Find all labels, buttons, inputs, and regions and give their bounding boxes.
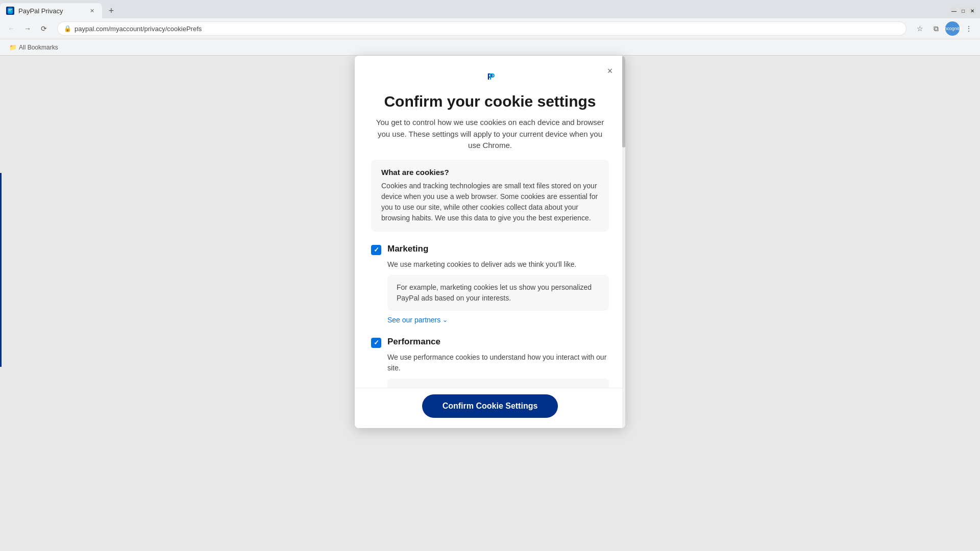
address-bar[interactable]: 🔒 paypal.com/myaccount/privacy/cookiePre… bbox=[57, 21, 906, 36]
svg-text:P: P bbox=[489, 72, 495, 81]
tab-title: PayPal Privacy bbox=[18, 7, 84, 15]
modal-title: Confirm your cookie settings bbox=[384, 92, 596, 111]
lock-icon: 🔒 bbox=[64, 25, 71, 32]
bookmarks-bar: 📁 All Bookmarks bbox=[0, 39, 980, 55]
left-accent-bar bbox=[0, 173, 2, 367]
tab-bar: PayPal Privacy ✕ + — □ ✕ bbox=[0, 0, 980, 18]
menu-button[interactable]: ⋮ bbox=[962, 21, 976, 36]
performance-checkmark: ✓ bbox=[374, 339, 379, 346]
marketing-title: Marketing bbox=[387, 244, 428, 254]
marketing-checkmark: ✓ bbox=[374, 246, 379, 254]
url-text: paypal.com/myaccount/privacy/cookiePrefs bbox=[75, 25, 900, 33]
modal-header: × P P Confirm your cookie settings You g… bbox=[355, 56, 625, 160]
marketing-section-header: ✓ Marketing bbox=[371, 244, 609, 255]
performance-section: ✓ Performance We use performance cookies… bbox=[371, 337, 609, 388]
active-tab[interactable]: PayPal Privacy ✕ bbox=[0, 3, 102, 18]
info-box-title: What are cookies? bbox=[381, 168, 599, 177]
maximize-button[interactable]: □ bbox=[960, 7, 967, 14]
modal-close-button[interactable]: × bbox=[603, 64, 617, 78]
cookies-info-box: What are cookies? Cookies and tracking t… bbox=[371, 160, 609, 232]
bookmark-star-button[interactable]: ☆ bbox=[913, 21, 927, 36]
minimize-button[interactable]: — bbox=[950, 7, 958, 14]
performance-description: We use performance cookies to understand… bbox=[387, 352, 609, 373]
browser-chrome: PayPal Privacy ✕ + — □ ✕ ← → ⟳ 🔒 paypal.… bbox=[0, 0, 980, 56]
performance-checkbox[interactable]: ✓ bbox=[371, 338, 381, 348]
info-box-text: Cookies and tracking technologies are sm… bbox=[381, 181, 599, 223]
paypal-logo: P P bbox=[481, 68, 499, 86]
performance-section-header: ✓ Performance bbox=[371, 337, 609, 348]
tab-close-button[interactable]: ✕ bbox=[88, 7, 96, 15]
page-content: × P P Confirm your cookie settings You g… bbox=[0, 56, 980, 551]
toolbar: ← → ⟳ 🔒 paypal.com/myaccount/privacy/coo… bbox=[0, 18, 980, 39]
cookie-settings-modal: × P P Confirm your cookie settings You g… bbox=[355, 56, 625, 428]
close-window-button[interactable]: ✕ bbox=[969, 7, 976, 14]
performance-checkbox-wrapper[interactable]: ✓ bbox=[371, 338, 381, 348]
tab-favicon bbox=[6, 7, 14, 15]
marketing-checkbox-wrapper[interactable]: ✓ bbox=[371, 245, 381, 255]
marketing-description: We use marketing cookies to deliver ads … bbox=[387, 259, 609, 270]
toolbar-actions: ☆ ⧉ Incognito ⋮ bbox=[913, 21, 976, 36]
modal-footer: Confirm Cookie Settings bbox=[355, 388, 625, 428]
new-tab-button[interactable]: + bbox=[104, 4, 118, 18]
all-bookmarks-folder[interactable]: 📁 All Bookmarks bbox=[6, 43, 61, 52]
marketing-section: ✓ Marketing We use marketing cookies to … bbox=[371, 244, 609, 324]
back-button[interactable]: ← bbox=[4, 21, 18, 36]
reload-button[interactable]: ⟳ bbox=[37, 21, 51, 36]
modal-subtitle: You get to control how we use cookies on… bbox=[371, 117, 609, 152]
modal-body[interactable]: What are cookies? Cookies and tracking t… bbox=[355, 160, 625, 388]
confirm-cookie-settings-button[interactable]: Confirm Cookie Settings bbox=[422, 394, 558, 418]
profile-button[interactable]: Incognito bbox=[945, 21, 960, 36]
extensions-button[interactable]: ⧉ bbox=[929, 21, 943, 36]
performance-title: Performance bbox=[387, 337, 440, 347]
chevron-down-icon: ⌄ bbox=[443, 316, 448, 323]
see-partners-link[interactable]: See our partners ⌄ bbox=[387, 316, 448, 324]
marketing-example: For example, marketing cookies let us sh… bbox=[387, 275, 609, 311]
marketing-checkbox[interactable]: ✓ bbox=[371, 245, 381, 255]
performance-example: For example, performance cookies help us… bbox=[387, 379, 609, 388]
bookmark-folder-icon: 📁 bbox=[9, 44, 17, 51]
forward-button[interactable]: → bbox=[20, 21, 35, 36]
